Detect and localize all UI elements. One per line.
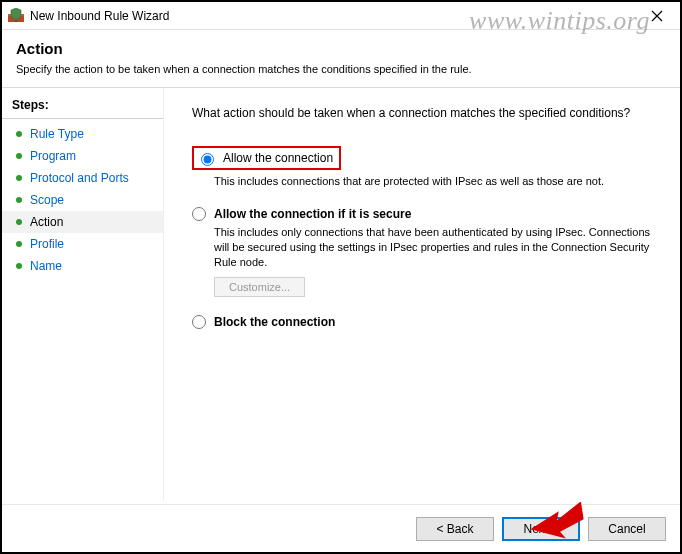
allow-subtext: This includes connections that are prote…	[214, 174, 660, 189]
back-button[interactable]: < Back	[416, 517, 494, 541]
wizard-body: Steps: Rule Type Program Protocol and Po…	[2, 87, 680, 501]
steps-title: Steps:	[2, 94, 163, 119]
highlight-allow: Allow the connection	[192, 146, 341, 170]
step-label: Protocol and Ports	[30, 171, 129, 185]
bullet-icon	[16, 153, 22, 159]
bullet-icon	[16, 241, 22, 247]
radio-allow-label[interactable]: Allow the connection	[223, 151, 333, 165]
firewall-icon	[8, 8, 24, 24]
option-allow: Allow the connection This includes conne…	[192, 146, 660, 189]
step-label: Action	[30, 215, 63, 229]
step-label: Rule Type	[30, 127, 84, 141]
wizard-content: What action should be taken when a conne…	[164, 88, 680, 501]
step-name[interactable]: Name	[2, 255, 163, 277]
close-button[interactable]	[640, 4, 674, 28]
option-block: Block the connection	[192, 315, 660, 329]
step-program[interactable]: Program	[2, 145, 163, 167]
step-action[interactable]: Action	[2, 211, 163, 233]
next-button[interactable]: Next >	[502, 517, 580, 541]
radio-block[interactable]	[192, 315, 206, 329]
wizard-header: Action Specify the action to be taken wh…	[2, 30, 680, 87]
bullet-icon	[16, 263, 22, 269]
page-description: Specify the action to be taken when a co…	[16, 63, 666, 75]
option-allow-secure: Allow the connection if it is secure Thi…	[192, 207, 660, 298]
page-title: Action	[16, 40, 666, 57]
bullet-icon	[16, 219, 22, 225]
bullet-icon	[16, 175, 22, 181]
wizard-footer: < Back Next > Cancel	[2, 504, 680, 552]
step-label: Profile	[30, 237, 64, 251]
radio-allow[interactable]	[201, 153, 214, 166]
bullet-icon	[16, 197, 22, 203]
radio-allow-secure-label[interactable]: Allow the connection if it is secure	[214, 207, 411, 221]
customize-button: Customize...	[214, 277, 305, 297]
step-rule-type[interactable]: Rule Type	[2, 123, 163, 145]
content-prompt: What action should be taken when a conne…	[192, 106, 660, 120]
step-scope[interactable]: Scope	[2, 189, 163, 211]
window-title: New Inbound Rule Wizard	[30, 9, 640, 23]
radio-allow-secure[interactable]	[192, 207, 206, 221]
step-profile[interactable]: Profile	[2, 233, 163, 255]
steps-sidebar: Steps: Rule Type Program Protocol and Po…	[2, 88, 164, 501]
bullet-icon	[16, 131, 22, 137]
step-label: Program	[30, 149, 76, 163]
step-label: Name	[30, 259, 62, 273]
step-protocol-ports[interactable]: Protocol and Ports	[2, 167, 163, 189]
titlebar: New Inbound Rule Wizard	[2, 2, 680, 30]
cancel-button[interactable]: Cancel	[588, 517, 666, 541]
step-label: Scope	[30, 193, 64, 207]
radio-block-label[interactable]: Block the connection	[214, 315, 335, 329]
allow-secure-subtext: This includes only connections that have…	[214, 225, 660, 270]
